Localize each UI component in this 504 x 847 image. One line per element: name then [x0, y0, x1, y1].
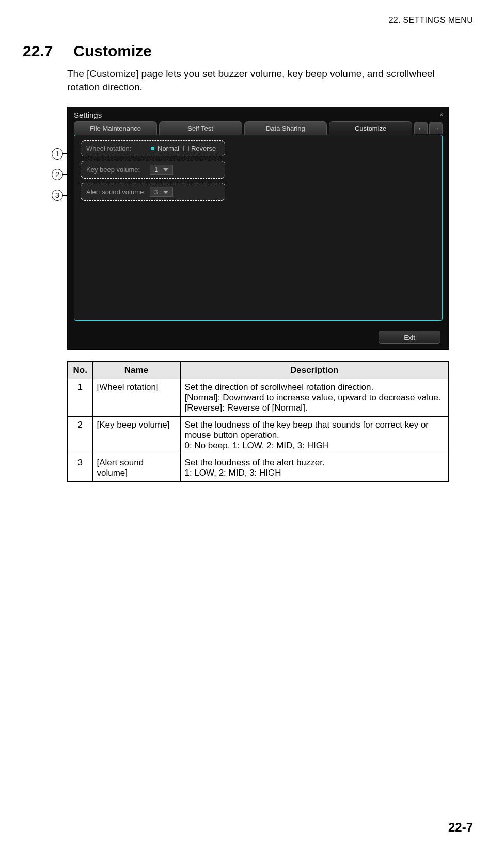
- tab-bar: File Maintenance Self Test Data Sharing …: [68, 121, 449, 135]
- key-beep-label: Key beep volume:: [86, 166, 146, 174]
- window-title: Settings: [68, 107, 449, 121]
- cell-name: [Wheel rotation]: [92, 379, 180, 417]
- section-title: Customize: [73, 42, 152, 59]
- radio-normal-label: Normal: [158, 145, 179, 152]
- cell-name: [Alert sound volume]: [92, 454, 180, 482]
- key-beep-row: Key beep volume: 1: [81, 161, 225, 179]
- tab-self-test[interactable]: Self Test: [159, 121, 242, 135]
- cell-no: 3: [68, 454, 92, 482]
- table-row: 2 [Key beep volume] Set the loudness of …: [68, 417, 449, 454]
- alert-sound-value: 3: [154, 188, 158, 196]
- th-desc: Description: [180, 362, 449, 379]
- page-number: 22-7: [448, 820, 473, 835]
- tab-scroll-arrows: ← →: [414, 122, 443, 135]
- chevron-down-icon: [163, 191, 168, 194]
- exit-button[interactable]: Exit: [379, 331, 440, 344]
- radio-reverse[interactable]: Reverse: [183, 145, 216, 152]
- radio-reverse-box-icon: [183, 146, 189, 151]
- alert-sound-label: Alert sound volume:: [86, 188, 146, 196]
- customize-panel: Wheel rotation: Normal Reverse Key beep …: [74, 135, 443, 321]
- section-heading: 22.7 Customize: [23, 42, 473, 60]
- cell-name: [Key beep volume]: [92, 417, 180, 454]
- description-table: No. Name Description 1 [Wheel rotation] …: [67, 361, 449, 482]
- callout-1: 1: [52, 148, 63, 160]
- alert-sound-dropdown[interactable]: 3: [150, 187, 173, 197]
- key-beep-value: 1: [154, 166, 158, 174]
- radio-reverse-label: Reverse: [191, 145, 216, 152]
- settings-screenshot: Settings × File Maintenance Self Test Da…: [67, 107, 449, 350]
- tab-data-sharing[interactable]: Data Sharing: [244, 121, 327, 135]
- radio-normal-box-icon: [150, 146, 155, 151]
- arrow-left-icon[interactable]: ←: [414, 122, 428, 134]
- cell-no: 1: [68, 379, 92, 417]
- tab-file-maintenance[interactable]: File Maintenance: [74, 121, 157, 135]
- cell-desc: Set the loudness of the key beep that so…: [180, 417, 449, 454]
- running-head: 22. SETTINGS MENU: [23, 15, 473, 25]
- callout-3: 3: [52, 190, 63, 201]
- wheel-rotation-label: Wheel rotation:: [86, 145, 146, 152]
- close-icon[interactable]: ×: [439, 111, 444, 119]
- arrow-right-icon[interactable]: →: [429, 122, 443, 134]
- cell-desc: Set the loudness of the alert buzzer.1: …: [180, 454, 449, 482]
- alert-sound-row: Alert sound volume: 3: [81, 183, 225, 201]
- intro-paragraph: The [Customize] page lets you set buzzer…: [67, 67, 468, 93]
- chevron-down-icon: [163, 168, 168, 171]
- table-header-row: No. Name Description: [68, 362, 449, 379]
- key-beep-dropdown[interactable]: 1: [150, 165, 173, 175]
- wheel-rotation-row: Wheel rotation: Normal Reverse: [81, 140, 225, 156]
- cell-desc: Set the direction of scrollwheel rotatio…: [180, 379, 449, 417]
- th-no: No.: [68, 362, 92, 379]
- radio-normal[interactable]: Normal: [150, 145, 179, 152]
- th-name: Name: [92, 362, 180, 379]
- section-number: 22.7: [23, 42, 69, 60]
- callout-2: 2: [52, 169, 63, 180]
- tab-customize[interactable]: Customize: [329, 121, 412, 135]
- table-row: 3 [Alert sound volume] Set the loudness …: [68, 454, 449, 482]
- table-row: 1 [Wheel rotation] Set the direction of …: [68, 379, 449, 417]
- cell-no: 2: [68, 417, 92, 454]
